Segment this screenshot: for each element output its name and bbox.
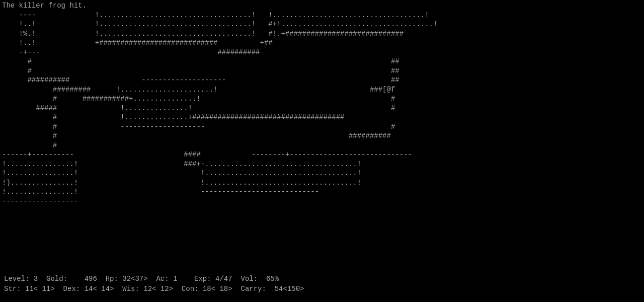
- map-area: The killer frog hit. ---- !.............…: [0, 0, 644, 272]
- game-area: The killer frog hit. ---- !.............…: [0, 0, 644, 302]
- status-bar: Level: 3 Gold: 496 Hp: 32<37> Ac: 1 Exp:…: [0, 272, 644, 302]
